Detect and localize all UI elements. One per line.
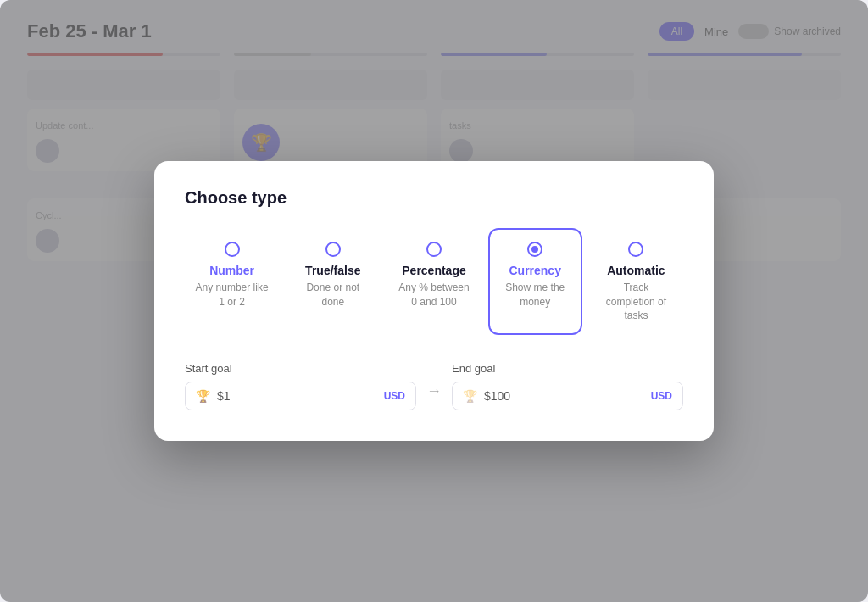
end-goal-input-wrap: 🏆 USD: [452, 382, 683, 410]
type-option-percentage[interactable]: Percentage Any % between 0 and 100: [387, 228, 481, 335]
radio-true-false: [326, 242, 341, 257]
start-goal-label: Start goal: [185, 362, 416, 375]
type-desc-automatic: Track completion of tasks: [599, 281, 673, 323]
end-goal-currency: USD: [651, 390, 672, 402]
type-name-automatic: Automatic: [607, 264, 665, 277]
start-goal-currency: USD: [384, 390, 405, 402]
type-name-currency: Currency: [509, 264, 560, 277]
end-goal-label: End goal: [452, 362, 683, 375]
end-goal-trophy-icon: 🏆: [463, 389, 477, 403]
goal-arrow-separator: →: [426, 382, 442, 400]
type-name-percentage: Percentage: [402, 264, 465, 277]
type-desc-percentage: Any % between 0 and 100: [397, 281, 470, 309]
modal-title: Choose type: [185, 188, 683, 208]
end-goal-input[interactable]: [484, 389, 651, 403]
type-option-true-false[interactable]: True/false Done or not done: [286, 228, 380, 335]
radio-automatic: [628, 242, 643, 257]
goals-row: Start goal 🏆 USD → End goal 🏆 USD: [185, 362, 683, 410]
end-goal-group: End goal 🏆 USD: [452, 362, 683, 410]
type-name-number: Number: [209, 264, 254, 277]
start-goal-input-wrap: 🏆 USD: [185, 382, 416, 410]
type-desc-true-false: Done or not done: [296, 281, 370, 309]
radio-number: [225, 242, 240, 257]
type-desc-number: Any number like 1 or 2: [195, 281, 269, 309]
start-goal-group: Start goal 🏆 USD: [185, 362, 416, 410]
type-option-automatic[interactable]: Automatic Track completion of tasks: [589, 228, 683, 335]
type-options-container: Number Any number like 1 or 2 True/false…: [185, 228, 683, 335]
start-goal-input[interactable]: [217, 389, 384, 403]
radio-currency: [527, 242, 542, 257]
radio-percentage: [426, 242, 442, 257]
start-goal-trophy-icon: 🏆: [196, 389, 210, 403]
type-desc-currency: Show me the money: [498, 281, 572, 309]
type-option-currency[interactable]: Currency Show me the money: [488, 228, 582, 335]
modal-overlay: Choose type Number Any number like 1 or …: [0, 0, 868, 602]
choose-type-modal: Choose type Number Any number like 1 or …: [154, 161, 714, 441]
type-option-number[interactable]: Number Any number like 1 or 2: [185, 228, 279, 335]
type-name-true-false: True/false: [305, 264, 360, 277]
